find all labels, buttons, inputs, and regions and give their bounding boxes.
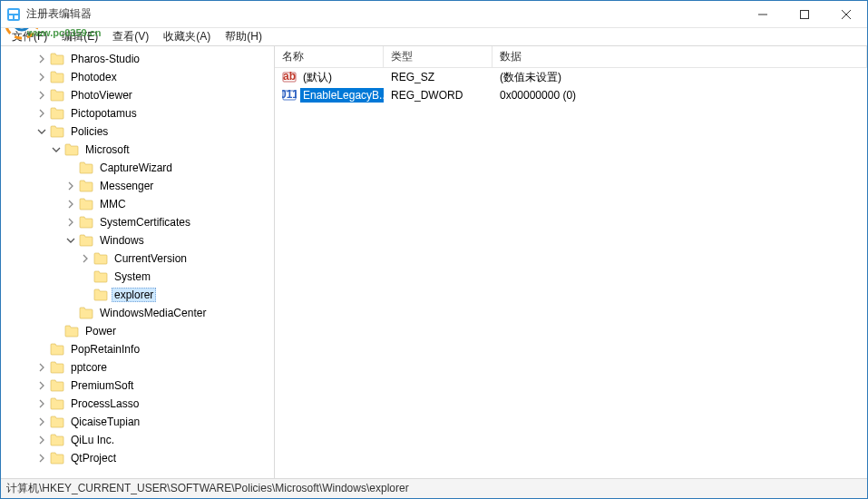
chevron-right-icon[interactable] [35, 397, 48, 410]
expander-placeholder [35, 343, 48, 356]
chevron-right-icon[interactable] [35, 416, 48, 428]
chevron-down-icon[interactable] [50, 143, 63, 156]
tree-item[interactable]: SystemCertificates [6, 213, 274, 231]
chevron-right-icon[interactable] [35, 53, 48, 65]
tree-item[interactable]: WindowsMediaCenter [6, 304, 274, 322]
svg-rect-3 [9, 10, 18, 14]
tree-item[interactable]: Policies [6, 122, 274, 141]
column-header-data[interactable]: 数据 [493, 46, 867, 67]
registry-tree: Pharos-StudioPhotodexPhotoViewerPictopot… [1, 46, 274, 471]
tree-item[interactable]: CaptureWizard [6, 159, 274, 177]
column-header-name[interactable]: 名称 [275, 46, 384, 67]
tree-item-label: MMC [97, 197, 129, 211]
registry-editor-window: 河东软件园 www.pc0359.cn 注册表编辑器 文件(F) 编辑(E) 查… [0, 0, 868, 499]
folder-icon [93, 289, 108, 301]
tree-item-label: Power [83, 324, 119, 338]
chevron-right-icon[interactable] [35, 379, 48, 392]
tree-item[interactable]: Messenger [6, 177, 274, 195]
folder-icon [50, 361, 64, 374]
maximize-button[interactable] [784, 1, 825, 27]
menu-favorites[interactable]: 收藏夹(A) [158, 27, 216, 46]
svg-rect-5 [15, 15, 18, 19]
chevron-right-icon[interactable] [64, 216, 77, 229]
menu-edit[interactable]: 编辑(E) [56, 27, 103, 46]
chevron-right-icon[interactable] [35, 107, 48, 120]
svg-text:ab: ab [283, 70, 296, 83]
body-area: Pharos-StudioPhotodexPhotoViewerPictopot… [1, 46, 867, 478]
folder-icon [79, 307, 93, 319]
tree-item[interactable]: Pictopotamus [6, 104, 274, 122]
close-button[interactable] [825, 1, 867, 27]
tree-item-label: Pictopotamus [68, 106, 140, 121]
tree-item[interactable]: ProcessLasso [6, 395, 274, 413]
folder-icon [79, 180, 93, 192]
chevron-right-icon[interactable] [64, 198, 77, 210]
chevron-down-icon[interactable] [64, 234, 77, 247]
tree-item-label: CurrentVersion [112, 251, 190, 266]
tree-item[interactable]: Windows [6, 231, 274, 250]
chevron-down-icon[interactable] [35, 125, 48, 138]
tree-item-label: Policies [68, 124, 111, 139]
chevron-right-icon[interactable] [35, 434, 48, 446]
value-row[interactable]: ab(默认)REG_SZ(数值未设置) [275, 68, 867, 86]
tree-item[interactable]: Photodex [6, 68, 274, 86]
menu-file[interactable]: 文件(F) [6, 27, 53, 46]
tree-item[interactable]: explorer [6, 286, 274, 304]
tree-item[interactable]: PhotoViewer [6, 86, 274, 104]
tree-item[interactable]: PremiumSoft [6, 377, 274, 395]
folder-icon [50, 125, 64, 138]
tree-pane[interactable]: Pharos-StudioPhotodexPhotoViewerPictopot… [1, 46, 275, 478]
value-type: REG_DWORD [384, 89, 493, 102]
statusbar: 计算机\HKEY_CURRENT_USER\SOFTWARE\Policies\… [1, 478, 867, 498]
tree-item[interactable]: QicaiseTupian [6, 413, 274, 431]
tree-item-label: Messenger [97, 179, 156, 193]
tree-item-label: QicaiseTupian [68, 415, 142, 429]
window-controls [742, 1, 867, 27]
tree-item[interactable]: PopRetainInfo [6, 340, 274, 358]
column-header-type[interactable]: 类型 [384, 46, 493, 67]
tree-item[interactable]: pptcore [6, 358, 274, 377]
folder-icon [50, 434, 64, 446]
tree-item[interactable]: System [6, 268, 274, 286]
chevron-right-icon[interactable] [35, 71, 48, 83]
folder-icon [79, 216, 93, 229]
folder-icon [50, 89, 64, 102]
expander-placeholder [79, 289, 92, 301]
menu-view[interactable]: 查看(V) [107, 27, 154, 46]
titlebar[interactable]: 注册表编辑器 [1, 1, 867, 28]
status-path: 计算机\HKEY_CURRENT_USER\SOFTWARE\Policies\… [6, 481, 409, 496]
tree-item-label: PopRetainInfo [68, 342, 142, 357]
tree-item[interactable]: CurrentVersion [6, 250, 274, 268]
tree-item-label: explorer [112, 288, 156, 302]
minimize-icon [758, 10, 767, 19]
window-title: 注册表编辑器 [26, 6, 742, 22]
tree-item-label: ProcessLasso [68, 396, 141, 411]
tree-item[interactable]: Microsoft [6, 141, 274, 159]
chevron-right-icon[interactable] [35, 361, 48, 374]
tree-item[interactable]: Power [6, 322, 274, 340]
value-data: 0x00000000 (0) [493, 89, 867, 102]
folder-icon [93, 252, 108, 265]
tree-item-label: Pharos-Studio [68, 52, 142, 66]
chevron-right-icon[interactable] [64, 180, 77, 192]
tree-item[interactable]: QtProject [6, 449, 274, 467]
tree-item-label: System [112, 269, 153, 284]
minimize-button[interactable] [742, 1, 784, 27]
folder-icon [64, 143, 79, 156]
folder-icon [79, 161, 93, 174]
chevron-right-icon[interactable] [35, 89, 48, 102]
tree-item[interactable]: Pharos-Studio [6, 50, 274, 68]
value-list-body: ab(默认)REG_SZ(数值未设置)011EnableLegacyB...RE… [275, 68, 867, 478]
chevron-right-icon[interactable] [35, 452, 48, 465]
tree-item[interactable]: QiLu Inc. [6, 431, 274, 449]
tree-item[interactable]: MMC [6, 195, 274, 213]
value-name: EnableLegacyB... [300, 88, 384, 103]
expander-placeholder [64, 307, 77, 319]
tree-item-label: SystemCertificates [97, 215, 193, 230]
menu-help[interactable]: 帮助(H) [219, 27, 268, 46]
folder-icon [64, 325, 79, 338]
folder-icon [50, 397, 64, 410]
chevron-right-icon[interactable] [79, 252, 92, 265]
value-row[interactable]: 011EnableLegacyB...REG_DWORD0x00000000 (… [275, 86, 867, 104]
value-list-pane[interactable]: 名称 类型 数据 ab(默认)REG_SZ(数值未设置)011EnableLeg… [275, 46, 867, 478]
